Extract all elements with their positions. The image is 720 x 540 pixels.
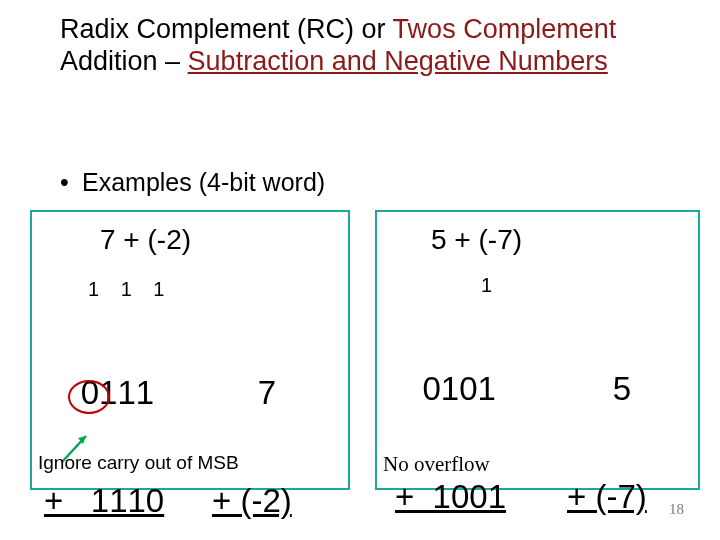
example2-carries: 1 <box>481 274 500 297</box>
example2-note: No overflow <box>383 452 490 477</box>
example2-decimal: 5 + (-7) (-2) <box>567 298 647 540</box>
example2-binary: 0101 + 1001 1110 <box>395 298 506 540</box>
title-line1-red: Twos Complement <box>393 14 617 44</box>
ex2-dec-row2: + (-7) <box>567 479 647 515</box>
slide-title: Radix Complement (RC) or Twos Complement… <box>0 0 720 88</box>
ex1-bin-row2: + 1110 <box>44 483 164 519</box>
example1-carries: 1 1 1 <box>88 278 172 301</box>
example2-heading: 5 + (-7) <box>431 224 522 256</box>
ex2-bin-row1: 0101 <box>395 371 506 407</box>
example-box-2: 5 + (-7) 1 0101 + 1001 1110 5 + (-7) (-2… <box>375 210 700 490</box>
ex1-dec-row1: 7 <box>212 375 292 411</box>
bullet-examples: Examples (4-bit word) <box>82 168 325 197</box>
example1-note: Ignore carry out of MSB <box>38 452 239 474</box>
title-line1-plain: Radix Complement (RC) or <box>60 14 393 44</box>
example1-heading: 7 + (-2) <box>100 224 191 256</box>
example1-decimal: 7 + (-2) 5 <box>212 302 292 540</box>
title-line2-plain: Addition – <box>60 46 188 76</box>
page-number: 18 <box>669 501 684 518</box>
ex2-dec-row1: 5 <box>567 371 647 407</box>
carry-circle-icon <box>68 380 110 414</box>
example-box-1: 7 + (-2) 1 1 1 0111 + 1110 10101 7 + (-2… <box>30 210 350 490</box>
ex1-dec-row2: + (-2) <box>212 483 292 519</box>
ex2-bin-row2: + 1001 <box>395 479 506 515</box>
example1-binary: 0111 + 1110 10101 <box>44 302 164 540</box>
title-line2-red: Subtraction and Negative Numbers <box>188 46 608 76</box>
